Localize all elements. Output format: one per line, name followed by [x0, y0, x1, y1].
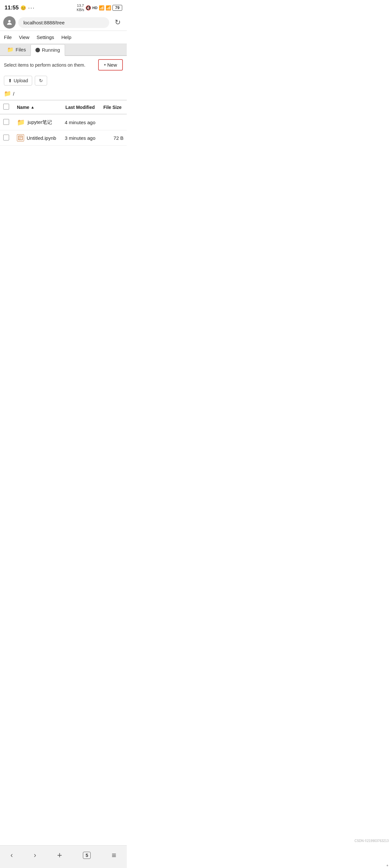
- avatar: +: [3, 16, 15, 29]
- path-row: 📁 /: [0, 88, 127, 100]
- last-modified-cell: 4 minutes ago: [61, 114, 99, 130]
- file-size-cell: [99, 114, 127, 130]
- upload-icon: ⬆: [8, 78, 12, 83]
- tab-files[interactable]: 📁 Files: [3, 44, 31, 55]
- tab-running[interactable]: Running: [31, 44, 65, 56]
- file-table: Name ▲ Last Modified File Size 📁jupyter笔…: [0, 100, 127, 146]
- status-time: 11:55: [5, 5, 19, 11]
- new-button[interactable]: ▾ New: [98, 59, 123, 70]
- file-name[interactable]: Untitled.ipynb: [27, 135, 56, 141]
- file-size-header: File Size: [103, 105, 122, 110]
- signal-bar-icon: 📶: [99, 5, 104, 10]
- table-row[interactable]: 📁jupyter笔记4 minutes ago: [0, 114, 127, 130]
- svg-point-0: [8, 20, 10, 23]
- menu-bar: File View Settings Help: [0, 31, 127, 44]
- wifi-icon: 📶: [106, 5, 111, 10]
- th-last-modified[interactable]: Last Modified: [61, 100, 99, 115]
- th-file-size[interactable]: File Size: [99, 100, 127, 115]
- menu-file[interactable]: File: [3, 33, 12, 41]
- address-bar: + localhost:8888/tree ↻: [0, 14, 127, 31]
- last-modified-header: Last Modified: [65, 105, 95, 110]
- th-checkbox: [0, 100, 14, 115]
- upload-button[interactable]: ⬆ Upload: [4, 76, 32, 86]
- refresh-button[interactable]: ↻: [35, 76, 47, 86]
- toolbar: Select items to perform actions on them.…: [0, 56, 127, 74]
- file-browser: Name ▲ Last Modified File Size 📁jupyter笔…: [0, 100, 127, 263]
- reload-button[interactable]: ↻: [112, 17, 124, 28]
- last-modified-cell: 3 minutes ago: [61, 130, 99, 146]
- hd-icon: HD: [92, 6, 98, 10]
- menu-help[interactable]: Help: [61, 33, 72, 41]
- kbs-indicator: 13.7 KB/s: [77, 4, 84, 12]
- tab-files-label: Files: [15, 47, 26, 52]
- menu-view[interactable]: View: [18, 33, 30, 41]
- new-arrow-icon: ▾: [104, 63, 106, 67]
- running-icon: [35, 48, 40, 52]
- refresh-icon: ↻: [39, 78, 43, 83]
- status-emoji: 😊: [21, 5, 26, 10]
- folder-icon: 📁: [17, 118, 25, 126]
- battery-indicator: 79: [112, 5, 122, 11]
- tabs: 📁 Files Running: [0, 44, 127, 56]
- folder-icon: 📁: [7, 46, 14, 53]
- status-dots: ···: [28, 5, 35, 11]
- tab-running-label: Running: [42, 47, 60, 53]
- status-right: 13.7 KB/s 🔇 HD 📶 📶 79: [77, 4, 122, 12]
- select-prompt: Select items to perform actions on them.: [4, 62, 86, 68]
- new-label: New: [107, 62, 117, 68]
- menu-settings[interactable]: Settings: [36, 33, 55, 41]
- signal-off-icon: 🔇: [86, 5, 91, 10]
- name-header-label: Name: [17, 105, 29, 110]
- sort-arrow-icon: ▲: [31, 105, 34, 110]
- path-folder-icon: 📁: [4, 90, 11, 97]
- file-name[interactable]: jupyter笔记: [28, 119, 52, 125]
- table-header-row: Name ▲ Last Modified File Size: [0, 100, 127, 115]
- upload-bar: ⬆ Upload ↻: [0, 74, 127, 88]
- notebook-icon: [17, 134, 24, 142]
- table-row[interactable]: Untitled.ipynb3 minutes ago72 B: [0, 130, 127, 146]
- status-bar: 11:55 😊 ··· 13.7 KB/s 🔇 HD 📶 📶 79: [0, 0, 127, 14]
- select-all-checkbox[interactable]: [3, 104, 9, 110]
- path-text: /: [13, 91, 14, 97]
- file-size-cell: 72 B: [99, 130, 127, 146]
- url-input[interactable]: localhost:8888/tree: [18, 17, 109, 28]
- upload-label: Upload: [14, 78, 28, 83]
- th-name[interactable]: Name ▲: [14, 100, 61, 115]
- row-checkbox[interactable]: [3, 134, 9, 141]
- row-checkbox[interactable]: [3, 119, 9, 125]
